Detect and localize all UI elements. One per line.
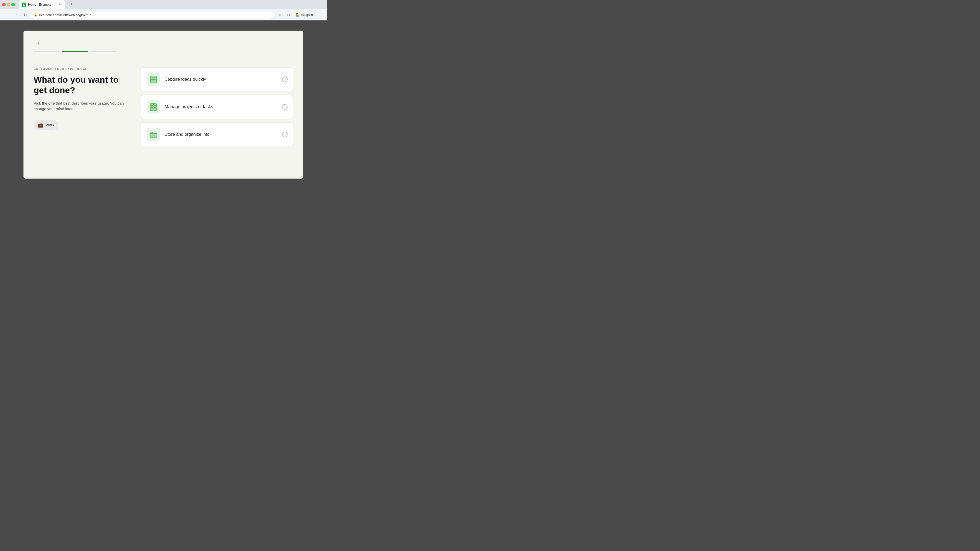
option-manage[interactable]: Manage projects or tasks: [141, 95, 293, 119]
heading-line1: What do you want to: [34, 75, 118, 84]
work-badge-text: Work: [45, 123, 54, 127]
incognito-badge[interactable]: 🕵️ Incognito: [293, 13, 315, 17]
work-icon: 💼: [38, 122, 43, 128]
customize-label: CUSTOMIZE YOUR EXPERIENCE: [34, 67, 130, 70]
new-tab-button[interactable]: +: [68, 0, 75, 8]
tab-close-button[interactable]: ✕: [58, 3, 62, 6]
evernote-favicon: E: [22, 3, 26, 6]
store-icon: [146, 127, 161, 141]
window-controls: [2, 3, 15, 6]
progress-steps: [34, 51, 293, 52]
menu-icon[interactable]: ⋮: [317, 11, 324, 18]
address-bar[interactable]: 🔒 evernote.com/client/web?login=true: [30, 11, 274, 19]
title-bar: E Home - Evernote ✕ +: [0, 0, 327, 9]
progress-step-1: [34, 51, 59, 52]
sub-text: Pick the one that best describes your us…: [34, 100, 130, 112]
modal-content: ‹ CUSTOMIZE YOUR EXPERIENCE What do you …: [24, 30, 303, 179]
tab-title: Home - Evernote: [28, 3, 56, 6]
minimize-window-button[interactable]: [6, 3, 10, 6]
back-nav-button[interactable]: ‹: [34, 38, 43, 47]
profile-icon[interactable]: ⊡: [285, 11, 292, 18]
maximize-window-button[interactable]: [11, 3, 15, 6]
manage-option-label: Manage projects or tasks: [165, 104, 278, 110]
capture-radio[interactable]: [282, 76, 288, 82]
option-store[interactable]: Store and organize info: [141, 122, 293, 146]
option-capture[interactable]: Capture ideas quickly: [141, 67, 293, 91]
url-text: evernote.com/client/web?login=true: [39, 13, 91, 17]
browser-tab-active[interactable]: E Home - Evernote ✕: [19, 0, 65, 9]
incognito-icon: 🕵️: [296, 13, 299, 17]
manage-icon: [146, 100, 161, 114]
forward-button[interactable]: →: [12, 11, 19, 18]
progress-step-3: [91, 51, 116, 52]
work-badge[interactable]: 💼 Work: [34, 120, 59, 130]
close-window-button[interactable]: [2, 3, 6, 6]
progress-step-2: [62, 51, 88, 52]
incognito-label: Incognito: [301, 13, 313, 17]
options-panel: Capture ideas quickly: [141, 62, 293, 146]
store-radio[interactable]: [282, 132, 288, 137]
main-heading: What do you want to get done?: [34, 75, 130, 95]
omnibar: ← → ↻ 🔒 evernote.com/client/web?login=tr…: [0, 9, 327, 21]
store-option-label: Store and organize info: [165, 132, 278, 137]
capture-icon: [146, 72, 161, 86]
main-layout: CUSTOMIZE YOUR EXPERIENCE What do you wa…: [34, 62, 293, 171]
lock-icon: 🔒: [34, 13, 38, 17]
back-button[interactable]: ←: [3, 11, 10, 18]
reload-button[interactable]: ↻: [21, 11, 29, 18]
manage-radio[interactable]: [282, 104, 288, 110]
bookmark-icon[interactable]: ☆: [276, 11, 283, 18]
capture-option-label: Capture ideas quickly: [165, 77, 278, 82]
browser-chrome: E Home - Evernote ✕ + ← → ↻ 🔒 evernote.c…: [0, 0, 327, 21]
page-content: ‹ CUSTOMIZE YOUR EXPERIENCE What do you …: [24, 30, 303, 179]
heading-line2: get done?: [34, 85, 75, 95]
omnibar-right: ☆ ⊡ 🕵️ Incognito ⋮: [276, 11, 324, 18]
left-panel: CUSTOMIZE YOUR EXPERIENCE What do you wa…: [34, 62, 130, 130]
